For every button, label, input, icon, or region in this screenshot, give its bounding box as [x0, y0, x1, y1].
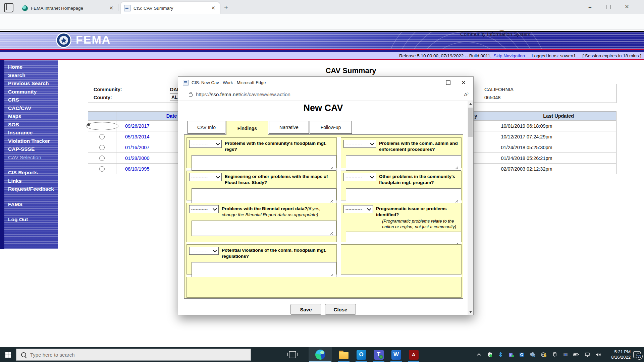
chevron-down-icon	[367, 206, 371, 211]
answer-select[interactable]: -----------	[189, 205, 219, 213]
sidebar-item-home[interactable]: Home	[8, 63, 54, 71]
finding-textarea[interactable]	[192, 221, 336, 236]
tray-chevron-button[interactable]	[474, 347, 484, 362]
read-aloud-icon[interactable]: A⁾	[464, 92, 469, 98]
tray-bluetooth-icon[interactable]	[496, 347, 505, 362]
answer-select[interactable]: -----------	[189, 173, 222, 181]
sidebar-item-cap-ssse[interactable]: CAP-SSSE	[8, 145, 54, 154]
answer-select[interactable]: -----------	[343, 173, 376, 181]
taskbar-acrobat-button[interactable]: A	[406, 347, 421, 362]
task-view-button[interactable]	[286, 347, 299, 362]
scrollbar-thumb[interactable]	[468, 108, 473, 137]
sidebar-item-fams[interactable]: FAMS	[8, 200, 54, 209]
taskbar-teams-button[interactable]: T	[371, 347, 386, 362]
answer-select[interactable]: -----------	[343, 205, 373, 213]
cav-date-link[interactable]: 01/16/2007	[125, 145, 150, 150]
chevron-down-icon	[216, 174, 220, 179]
finding-textarea[interactable]	[192, 188, 336, 204]
row-radio[interactable]	[99, 156, 105, 161]
cav-date-link[interactable]: 09/26/2017	[125, 123, 150, 129]
popup-minimize-button[interactable]: –	[425, 77, 440, 88]
taskbar-search[interactable]	[16, 349, 251, 361]
tray-onedrive-icon[interactable]	[528, 347, 537, 362]
finding-textarea[interactable]	[192, 262, 336, 278]
edge-icon	[315, 350, 325, 360]
tab-findings[interactable]: Findings	[226, 121, 268, 135]
taskbar-outlook-button[interactable]: O	[354, 347, 369, 362]
popup-scrollbar[interactable]	[468, 101, 473, 315]
popup-close-button[interactable]: ✕	[456, 77, 471, 88]
question-cell-other-problems: ----------- Other problems in the commun…	[341, 171, 462, 200]
tray-outlook-icon[interactable]	[517, 347, 527, 362]
row-radio[interactable]	[99, 145, 105, 150]
sidebar-item-sos[interactable]: SOS	[8, 121, 54, 129]
popup-address-bar[interactable]: https://sso.fema.net/cis/cavnewview.acti…	[178, 88, 473, 101]
taskbar-word-button[interactable]: W	[389, 347, 404, 362]
sidebar-item-cis-reports[interactable]: CIS Reports	[8, 169, 54, 177]
tray-battery-icon[interactable]	[572, 347, 581, 362]
tray-volume-icon[interactable]	[593, 347, 603, 362]
popup-heading: New CAV	[178, 103, 468, 113]
browser-nav-bar: ← → ↻ ⌂ https://sso.fema.net/cis/cavsumm…	[0, 14, 644, 30]
sidebar-item-insurance[interactable]: Insurance	[8, 129, 54, 137]
skip-navigation-link[interactable]: Skip Navigation	[493, 53, 525, 58]
tray-device-icon[interactable]	[561, 347, 570, 362]
sidebar-item-cav-selection[interactable]: CAV Selection	[8, 154, 54, 162]
finding-textarea[interactable]	[346, 155, 461, 171]
tab-narrative[interactable]: Narrative	[269, 121, 309, 134]
tray-security-icon[interactable]	[485, 347, 494, 362]
new-tab-button[interactable]: +	[224, 3, 228, 11]
answer-select[interactable]: -----------	[189, 140, 222, 148]
sidebar-item-maps[interactable]: Maps	[8, 112, 54, 121]
taskbar-clock[interactable]: 5:21 PM 8/16/2022	[611, 347, 631, 362]
row-radio[interactable]	[99, 134, 105, 139]
window-minimize-button[interactable]: –	[582, 0, 598, 13]
sidebar-item-community[interactable]: Community	[8, 88, 54, 96]
scroll-up-icon[interactable]	[468, 101, 473, 107]
finding-textarea[interactable]	[346, 188, 461, 204]
workspaces-icon[interactable]	[4, 3, 13, 12]
cav-date-link[interactable]: 05/13/2014	[125, 134, 150, 139]
save-button[interactable]: Save	[290, 304, 321, 315]
taskbar-edge-button[interactable]	[309, 347, 332, 362]
tray-vpn-lock-icon[interactable]	[539, 347, 548, 362]
tab-fema-intranet[interactable]: FEMA Intranet Homepage ✕	[19, 2, 118, 14]
sidebar-item-search[interactable]: Search	[8, 71, 54, 80]
sidebar-item-violation-tracker[interactable]: Violation Tracker	[8, 137, 54, 145]
row-radio[interactable]	[99, 166, 105, 172]
windows-logo-icon	[5, 352, 11, 358]
close-button[interactable]: Close	[325, 304, 356, 315]
popup-maximize-button[interactable]	[440, 77, 456, 88]
window-maximize-button[interactable]	[600, 0, 616, 13]
sidebar-item-crs[interactable]: CRS	[8, 96, 54, 104]
finding-textarea[interactable]	[192, 155, 336, 171]
sidebar-item-previous-search[interactable]: Previous Search	[8, 79, 54, 88]
window-close-button[interactable]: ✕	[619, 0, 635, 13]
question-cell-potential-violations: ----------- Potential violations of the …	[186, 244, 337, 275]
tray-usb-icon[interactable]	[550, 347, 559, 362]
tab-close-icon[interactable]: ✕	[210, 5, 217, 11]
lock-icon[interactable]	[189, 94, 193, 97]
start-button[interactable]	[0, 347, 16, 362]
tray-teams-icon[interactable]: T	[506, 347, 516, 362]
answer-select[interactable]: -----------	[343, 140, 376, 148]
tab-cav-summary[interactable]: CIS: CAV Summary ✕	[121, 2, 220, 14]
tab-cav-info[interactable]: CAV Info	[187, 121, 225, 134]
answer-select[interactable]: -----------	[189, 247, 219, 255]
sidebar-item-cac-cav[interactable]: CAC/CAV	[8, 104, 54, 113]
sidebar-edge	[0, 60, 4, 249]
cav-date-link[interactable]: 08/10/1995	[125, 166, 150, 172]
tab-close-icon[interactable]: ✕	[108, 5, 115, 11]
taskbar-explorer-button[interactable]	[336, 347, 351, 362]
cav-date-link[interactable]: 01/28/2000	[125, 156, 150, 161]
search-input[interactable]	[30, 352, 205, 358]
tray-network-icon[interactable]	[583, 347, 592, 362]
sidebar-item-links[interactable]: Links	[8, 177, 54, 185]
sidebar-item-request-feedback[interactable]: Request/Feedback	[8, 185, 54, 193]
tab-follow-up[interactable]: Follow-up	[310, 121, 352, 134]
scroll-down-icon[interactable]	[468, 309, 473, 315]
notification-center-button[interactable]: 33	[631, 347, 643, 362]
last-updated-cell: 01/24/2018 05:26:21pm	[496, 153, 616, 163]
row-radio-selected[interactable]	[86, 122, 118, 130]
sidebar-item-log-out[interactable]: Log Out	[8, 216, 54, 224]
